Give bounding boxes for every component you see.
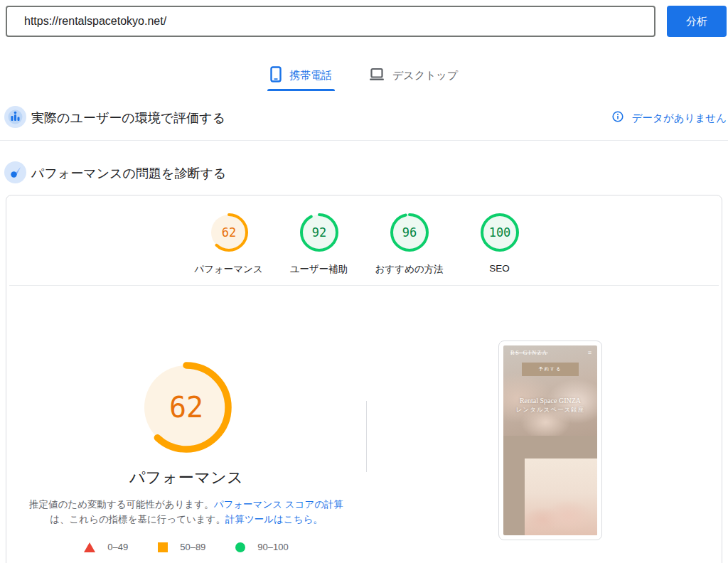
legend-pass-label: 90–100	[257, 542, 288, 552]
score-performance-label: パフォーマンス	[194, 263, 262, 276]
score-range-legend: 0–49 50–89 90–100	[6, 542, 366, 552]
field-data-icon	[4, 106, 26, 128]
legend-average-label: 50–89	[180, 542, 205, 552]
score-best-practices[interactable]: 96 おすすめの方法	[374, 212, 445, 276]
thumbnail-hero-title-jp: レンタルスペース銀座	[503, 406, 597, 414]
tab-desktop-label: デスクトップ	[392, 69, 458, 82]
thumbnail-hero-text: Rental Space GINZA レンタルスペース銀座	[503, 397, 597, 414]
legend-pass: 90–100	[235, 542, 288, 552]
tab-mobile-label: 携帯電話	[289, 69, 332, 82]
average-square-icon	[158, 542, 168, 552]
svg-text:100: 100	[488, 225, 510, 240]
field-data-title: 実際のユーザーの環境で評価する	[31, 109, 225, 127]
best-practices-gauge: 96	[389, 212, 430, 253]
section-divider	[0, 140, 728, 141]
svg-text:92: 92	[311, 225, 326, 240]
summary-desc-text-1: 推定値のため変動する可能性があります。	[29, 499, 214, 510]
fail-triangle-icon	[84, 542, 95, 552]
thumbnail-hero-photo: RS GINZA ≡ 予約する Rental Space GINZA レンタルス…	[503, 345, 597, 436]
category-scores-row: 62 パフォーマンス 92 ユーザー補助 96 おすすめの方法 100 SEO	[6, 212, 722, 276]
score-calc-link[interactable]: パフォーマンス スコアの計算	[214, 499, 343, 510]
tab-mobile[interactable]: 携帯電話	[270, 61, 332, 90]
no-data-status[interactable]: データがありません	[612, 111, 727, 125]
legend-fail: 0–49	[84, 542, 128, 552]
mobile-phone-icon	[270, 66, 282, 85]
score-seo[interactable]: 100 SEO	[464, 212, 535, 276]
performance-gauge: 62	[208, 212, 250, 253]
score-seo-label: SEO	[489, 263, 510, 274]
diagnose-icon	[4, 161, 26, 183]
legend-average: 50–89	[158, 542, 205, 552]
svg-text:62: 62	[169, 391, 203, 424]
performance-summary-description: 推定値のため変動する可能性があります。パフォーマンス スコアの計算 は、これらの…	[28, 497, 345, 527]
no-data-label: データがありません	[632, 112, 727, 125]
thumbnail-hamburger-icon: ≡	[588, 349, 592, 356]
diagnose-section-header: パフォーマンスの問題を診断する	[0, 161, 728, 186]
url-input[interactable]	[6, 6, 655, 37]
svg-text:96: 96	[402, 225, 416, 240]
thumbnail-hero-title-en: Rental Space GINZA	[503, 397, 597, 404]
performance-big-gauge: 62	[138, 359, 235, 456]
pass-circle-icon	[235, 542, 245, 552]
score-best-practices-label: おすすめの方法	[375, 263, 443, 276]
calculator-link[interactable]: 計算ツールはこちら。	[225, 514, 323, 525]
device-tabs: 携帯電話 デスクトップ	[0, 61, 728, 90]
thumbnail-nails-photo	[525, 459, 597, 535]
thumbnail-reserve-button: 予約する	[522, 363, 579, 376]
page-screenshot-thumbnail[interactable]: RS GINZA ≡ 予約する Rental Space GINZA レンタルス…	[498, 341, 602, 540]
thumbnail-lower-section	[503, 436, 597, 535]
score-accessibility[interactable]: 92 ユーザー補助	[284, 212, 355, 276]
diagnose-title: パフォーマンスの問題を診断する	[31, 165, 226, 182]
field-data-section-header: 実際のユーザーの環境で評価する データがありません	[0, 106, 728, 130]
seo-gauge: 100	[479, 212, 520, 253]
accessibility-gauge: 92	[299, 212, 340, 253]
page-screenshot-image: RS GINZA ≡ 予約する Rental Space GINZA レンタルス…	[503, 345, 597, 535]
tab-desktop[interactable]: デスクトップ	[369, 61, 458, 90]
performance-summary: 62 パフォーマンス 推定値のため変動する可能性があります。パフォーマンス スコ…	[6, 285, 366, 552]
summary-divider	[366, 401, 367, 472]
desktop-icon	[369, 68, 385, 84]
analyze-button[interactable]: 分析	[667, 6, 727, 37]
info-icon	[612, 111, 623, 125]
summary-desc-text-2: は、これらの指標を基に行っています。	[50, 514, 225, 525]
svg-text:62: 62	[221, 225, 235, 240]
legend-fail-label: 0–49	[107, 542, 128, 552]
pagespeed-insights-app: 分析 携帯電話 デスクトップ	[0, 0, 728, 563]
score-accessibility-label: ユーザー補助	[290, 263, 348, 276]
thumbnail-site-logo: RS GINZA	[510, 350, 548, 356]
performance-summary-title: パフォーマンス	[6, 467, 366, 488]
score-performance[interactable]: 62 パフォーマンス	[193, 212, 264, 276]
lighthouse-report-card: 62 パフォーマンス 92 ユーザー補助 96 おすすめの方法 100 SEO …	[6, 195, 722, 563]
